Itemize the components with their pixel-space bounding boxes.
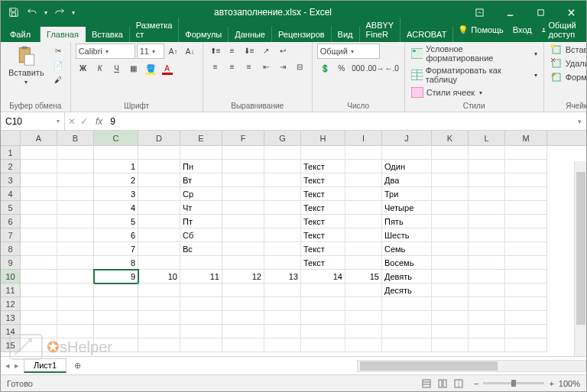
cell-K11[interactable] (432, 283, 469, 297)
percent-button[interactable]: % (334, 61, 349, 75)
cell-M8[interactable] (505, 242, 547, 256)
enter-icon[interactable]: ✓ (80, 116, 88, 127)
cell-H11[interactable] (301, 283, 345, 297)
format-painter-button[interactable]: 🖌 (50, 73, 66, 86)
bold-button[interactable]: Ж (76, 61, 91, 75)
cell-I10[interactable]: 15 (345, 270, 382, 283)
formula-input[interactable]: 9 (107, 116, 573, 127)
sheet-nav-next-icon[interactable]: ▸ (15, 361, 19, 371)
cell-I1[interactable] (345, 146, 382, 160)
redo-button[interactable] (51, 4, 68, 21)
cell-B3[interactable] (57, 173, 94, 187)
row-header-9[interactable]: 9 (1, 256, 21, 270)
cell-H1[interactable] (301, 146, 345, 160)
cell-E9[interactable] (180, 256, 222, 270)
cell-E8[interactable]: Вс (180, 242, 222, 256)
font-size-combo[interactable]: 11▾ (137, 44, 164, 59)
cell-L11[interactable] (469, 283, 505, 297)
cell-M6[interactable] (505, 215, 547, 228)
cell-J11[interactable]: Десять (382, 283, 432, 297)
cell-J6[interactable]: Пять (382, 215, 432, 228)
zoom-slider[interactable] (483, 382, 544, 384)
merge-button[interactable]: ⊟ (292, 60, 307, 73)
cell-J12[interactable] (382, 297, 432, 311)
cell-B9[interactable] (57, 256, 94, 270)
cell-E15[interactable] (180, 339, 222, 352)
cell-A3[interactable] (21, 173, 57, 187)
col-header-K[interactable]: K (432, 131, 469, 145)
cell-K13[interactable] (432, 311, 469, 325)
vertical-scrollbar[interactable] (574, 161, 586, 356)
cell-L8[interactable] (469, 242, 505, 256)
cell-K4[interactable] (432, 187, 469, 201)
cell-G6[interactable] (264, 215, 301, 228)
cell-C9[interactable]: 8 (94, 256, 138, 270)
cell-E4[interactable]: Ср (180, 187, 222, 201)
col-header-H[interactable]: H (301, 131, 345, 145)
cell-I15[interactable] (345, 339, 382, 352)
col-header-I[interactable]: I (345, 131, 382, 145)
align-top-icon[interactable]: ⬆≡ (208, 44, 223, 57)
cell-A5[interactable] (21, 201, 57, 215)
cell-G11[interactable] (264, 283, 301, 297)
cell-K2[interactable] (432, 160, 469, 173)
cell-I4[interactable] (345, 187, 382, 201)
cell-I7[interactable] (345, 228, 382, 242)
cell-D10[interactable]: 10 (138, 270, 180, 283)
cell-B10[interactable] (57, 270, 94, 283)
cut-button[interactable]: ✂ (50, 44, 66, 57)
cell-A7[interactable] (21, 228, 57, 242)
cell-G1[interactable] (264, 146, 301, 160)
cell-C15[interactable] (94, 339, 138, 352)
cell-A12[interactable] (21, 297, 57, 311)
cell-G3[interactable] (264, 173, 301, 187)
row-header-8[interactable]: 8 (1, 242, 21, 256)
decrease-decimal-icon[interactable]: ←.0 (384, 61, 400, 75)
col-header-C[interactable]: C (94, 131, 138, 145)
cell-L1[interactable] (469, 146, 505, 160)
col-header-M[interactable]: M (505, 131, 547, 145)
cell-M1[interactable] (505, 146, 547, 160)
cell-M4[interactable] (505, 187, 547, 201)
tab-acrobat[interactable]: ACROBAT (401, 27, 453, 42)
cell-B11[interactable] (57, 283, 94, 297)
cell-A14[interactable] (21, 325, 57, 339)
row-header-3[interactable]: 3 (1, 173, 21, 187)
number-format-combo[interactable]: Общий▾ (317, 44, 380, 59)
qat-customize[interactable]: ▾ (70, 4, 77, 21)
tab-home[interactable]: Главная (41, 27, 86, 42)
cell-C10[interactable]: 9 (94, 270, 138, 283)
cell-M11[interactable] (505, 283, 547, 297)
cell-G12[interactable] (264, 297, 301, 311)
cell-I14[interactable] (345, 325, 382, 339)
cell-E12[interactable] (180, 297, 222, 311)
cell-K1[interactable] (432, 146, 469, 160)
cell-M7[interactable] (505, 228, 547, 242)
format-as-table-button[interactable]: Форматировать как таблицу▾ (410, 65, 539, 85)
cell-H12[interactable] (301, 297, 345, 311)
cell-C7[interactable]: 6 (94, 228, 138, 242)
cell-H9[interactable]: Текст (301, 256, 345, 270)
delete-cells-button[interactable]: Удалить▾ (549, 57, 587, 70)
font-color-button[interactable]: A (160, 61, 175, 75)
cell-E13[interactable] (180, 311, 222, 325)
cell-H3[interactable]: Текст (301, 173, 345, 187)
cell-J9[interactable]: Восемь (382, 256, 432, 270)
row-header-15[interactable]: 15 (1, 339, 21, 352)
cell-E2[interactable]: Пн (180, 160, 222, 173)
cell-C14[interactable] (94, 325, 138, 339)
tab-layout[interactable]: Разметка ст (130, 18, 180, 42)
cell-B7[interactable] (57, 228, 94, 242)
cell-M5[interactable] (505, 201, 547, 215)
cell-F9[interactable] (222, 256, 264, 270)
cell-B4[interactable] (57, 187, 94, 201)
cell-D12[interactable] (138, 297, 180, 311)
cell-D15[interactable] (138, 339, 180, 352)
cell-F12[interactable] (222, 297, 264, 311)
cell-K7[interactable] (432, 228, 469, 242)
tab-file[interactable]: Файл (1, 27, 41, 42)
cell-C1[interactable] (94, 146, 138, 160)
orientation-icon[interactable]: ↗ (258, 44, 274, 57)
col-header-A[interactable]: A (21, 131, 57, 145)
cell-J14[interactable] (382, 325, 432, 339)
